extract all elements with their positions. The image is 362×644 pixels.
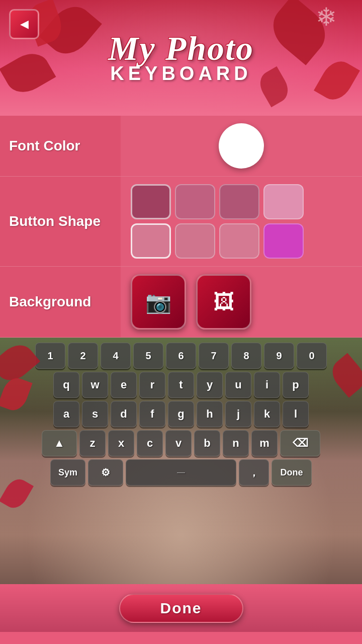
key-k[interactable]: k [254, 401, 280, 427]
button-shape-row: Button Shape [0, 177, 362, 267]
key-f[interactable]: f [139, 401, 165, 427]
font-color-label: Font Color [0, 128, 121, 164]
key-6[interactable]: 6 [166, 343, 196, 369]
background-row: Background 📷 🖼 [0, 267, 362, 338]
settings-panel: Font Color Button Shape Background [0, 116, 362, 338]
key-b[interactable]: b [194, 430, 220, 456]
key-m[interactable]: m [251, 430, 278, 456]
shape-option-7[interactable] [219, 223, 259, 259]
key-n[interactable]: n [223, 430, 249, 456]
camera-icon: 📷 [145, 290, 171, 314]
key-e[interactable]: e [111, 372, 137, 398]
background-buttons: 📷 🖼 [131, 274, 251, 330]
shape-option-4[interactable] [263, 184, 304, 219]
bottom-bar: Done [0, 584, 362, 632]
petal-decoration [314, 55, 360, 105]
keyboard-keys: 1 2 4 5 6 7 8 9 0 q w e r t y u i p a s … [0, 338, 362, 584]
key-y[interactable]: y [197, 372, 223, 398]
button-shapes-grid [131, 184, 304, 259]
title-line2: KEYBOARD [108, 63, 254, 85]
key-t[interactable]: t [168, 372, 194, 398]
key-d[interactable]: d [111, 401, 137, 427]
key-9[interactable]: 9 [264, 343, 294, 369]
key-q[interactable]: q [53, 372, 79, 398]
font-color-content [121, 116, 362, 176]
font-color-row: Font Color [0, 116, 362, 177]
qwerty-row: q w e r t y u i p [3, 372, 359, 398]
key-gear[interactable]: ⚙ [88, 459, 123, 486]
font-color-picker[interactable] [219, 123, 264, 169]
shape-option-1[interactable] [131, 184, 171, 219]
petal-decoration [255, 66, 293, 107]
key-p[interactable]: p [283, 372, 309, 398]
key-i[interactable]: i [254, 372, 280, 398]
key-j[interactable]: j [225, 401, 251, 427]
background-content: 📷 🖼 [121, 267, 362, 337]
number-row: 1 2 4 5 6 7 8 9 0 [3, 343, 359, 369]
petal-decoration [0, 46, 56, 100]
shape-option-5[interactable] [131, 223, 171, 259]
gallery-bg-button[interactable]: 🖼 [196, 274, 251, 330]
zxcv-row: ▲ z x c v b n m ⌫ [3, 430, 359, 456]
button-shape-content [121, 177, 362, 266]
shape-option-6[interactable] [175, 223, 215, 259]
title-line1: My Photo [108, 31, 254, 65]
button-shape-label: Button Shape [0, 203, 121, 239]
key-shift[interactable]: ▲ [42, 430, 77, 456]
key-x[interactable]: x [108, 430, 134, 456]
key-4[interactable]: 4 [101, 343, 131, 369]
shape-option-8[interactable] [263, 223, 304, 259]
key-0[interactable]: 0 [297, 343, 327, 369]
key-done[interactable]: Done [272, 459, 312, 486]
background-label: Background [0, 284, 121, 320]
key-h[interactable]: h [197, 401, 223, 427]
asdf-row: a s d f g h j k l [3, 401, 359, 427]
done-button[interactable]: Done [119, 594, 243, 623]
key-c[interactable]: c [137, 430, 163, 456]
back-button[interactable] [9, 9, 39, 39]
key-7[interactable]: 7 [199, 343, 229, 369]
key-backspace[interactable]: ⌫ [280, 430, 320, 456]
key-2[interactable]: 2 [68, 343, 98, 369]
key-v[interactable]: v [165, 430, 192, 456]
shape-option-2[interactable] [175, 184, 215, 219]
key-8[interactable]: 8 [231, 343, 261, 369]
shape-option-3[interactable] [219, 184, 259, 219]
key-w[interactable]: w [82, 372, 108, 398]
key-u[interactable]: u [225, 372, 251, 398]
key-comma[interactable]: ， [239, 459, 269, 486]
key-space[interactable]: — [126, 459, 236, 486]
key-z[interactable]: z [79, 430, 106, 456]
key-s[interactable]: s [82, 401, 108, 427]
key-a[interactable]: a [53, 401, 79, 427]
key-1[interactable]: 1 [35, 343, 65, 369]
header-title: My Photo KEYBOARD [108, 31, 254, 85]
header: ❄ My Photo KEYBOARD [0, 0, 362, 116]
key-l[interactable]: l [283, 401, 309, 427]
key-r[interactable]: r [139, 372, 165, 398]
key-g[interactable]: g [168, 401, 194, 427]
bottom-row: Sym ⚙ — ， Done [3, 459, 359, 486]
key-sym[interactable]: Sym [50, 459, 85, 486]
key-5[interactable]: 5 [133, 343, 163, 369]
camera-bg-button[interactable]: 📷 [131, 274, 186, 330]
gallery-icon: 🖼 [213, 290, 234, 314]
snowflake-decoration: ❄ [316, 3, 337, 32]
keyboard-area: 1 2 4 5 6 7 8 9 0 q w e r t y u i p a s … [0, 338, 362, 584]
